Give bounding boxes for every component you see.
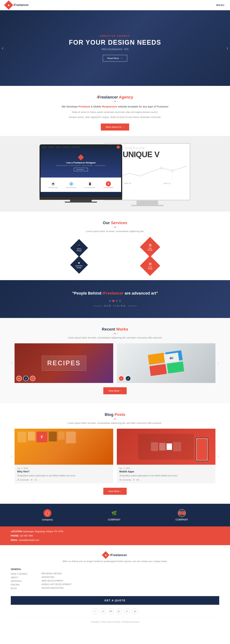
footer-link-design-innovation[interactable]: DESIGN INNOVATION	[42, 587, 72, 589]
location-label: LOCATION:	[11, 530, 23, 533]
hero-next-arrow[interactable]: ›	[227, 45, 228, 51]
footer-link-services[interactable]: SERVICES	[11, 580, 27, 582]
about-body2: Aenean auctor, dolor dignissim congue. N…	[36, 115, 194, 119]
footer-general-col: GENERAL HOW IT WORKS ABOUT SERVICES PRIC…	[11, 568, 27, 591]
blog-view-more-button[interactable]: View More→	[103, 488, 127, 495]
footer-link-pricing[interactable]: PRICING	[11, 584, 27, 586]
phone-value: 123 456 7890	[20, 534, 33, 537]
blog-section: Blog Posts Lorem ipsum dolor sit amet, c…	[0, 403, 230, 504]
footer-link-blog[interactable]: BLOG	[11, 587, 27, 590]
menu-button[interactable]: MENU	[216, 4, 225, 6]
email-value: name@example.com	[19, 539, 39, 542]
blog-likes-2: 85	[137, 479, 139, 481]
works-view-more-button[interactable]: View More→	[103, 387, 127, 394]
services-section: Our Services Lorem ipsum dolor sit amet,…	[0, 212, 230, 280]
blog-next-arrow[interactable]: ›	[218, 453, 219, 459]
works-title: Recent Works	[11, 327, 219, 332]
works-prev-arrow[interactable]: ‹	[11, 360, 12, 366]
about-section: iFreelancer Agency We Develope Premium &…	[0, 86, 230, 136]
footer-general-title: GENERAL	[11, 568, 27, 570]
footer-link-marketing[interactable]: MARKETING	[42, 576, 72, 578]
footer-link-branding[interactable]: BRANDING DESIGN	[42, 572, 72, 575]
blog-comments-1: 25 comments	[17, 479, 29, 481]
footer-link-mobile-dev[interactable]: MOBILE APP DEVELOPMENT	[42, 583, 72, 586]
services-header: Our Services Lorem ipsum dolor sit amet,…	[11, 220, 219, 232]
footer-link-about[interactable]: ABOUT	[11, 576, 27, 579]
phone-label: PHONE:	[11, 534, 19, 537]
email-label: EMAIL:	[11, 539, 18, 542]
logo-container[interactable]: ◆ iFreelancer	[5, 2, 29, 8]
blog-item-mobile-apps[interactable]: Apr. 1, 2018 Mobile Apps Temporibus aute…	[117, 429, 216, 484]
blog-item-why-hire[interactable]: F Jun. 5, 2018 Why Hire? Temporibus aute…	[14, 429, 113, 484]
social-other[interactable]: ⊕	[132, 608, 138, 614]
partner-3: 👤 COMPANY	[176, 509, 188, 521]
footer-services-col: BRANDING DESIGN MARKETING WEB DEVELOPMEN…	[42, 568, 72, 591]
footer-copyright: Copyright © 2018 Clean Flat Style. All R…	[11, 618, 219, 623]
work-item-recipes[interactable]: RECIPES ♥ 🔗 ⬡	[14, 343, 113, 383]
footer: ◆ iFreelancer With our theme you no long…	[0, 545, 230, 626]
footer-social: f in Be g+ ✶ ⊕	[11, 608, 219, 614]
footer-cta[interactable]: GET A QUOTE	[11, 596, 219, 605]
blog-date-2: Apr. 1, 2018	[119, 467, 213, 469]
partner-1: ◯ company	[42, 509, 53, 521]
hero-subtitle: CREATIVE AGENCY	[69, 34, 161, 37]
about-more-button[interactable]: More About Us →	[101, 124, 129, 130]
works-body: Lorem ipsum dolor sit amet, consectetuer…	[11, 336, 219, 339]
social-twitter[interactable]: ✶	[124, 608, 130, 614]
devices-section: HOME AGENCY ABOUT PORTFOLIO ELEMENTS I a…	[0, 136, 230, 212]
service-fully: ⚙ fullyDesign	[143, 240, 157, 254]
about-title: iFreelancer Agency	[36, 95, 194, 100]
hero-content: CREATIVE AGENCY FOR YOUR DESIGN NEEDS We…	[62, 27, 168, 69]
footer-tagline: With our theme you no longer limited to …	[11, 560, 219, 562]
blog-excerpt-1: Temporibus autem quibusdam et aut offici…	[17, 474, 111, 477]
hero-read-more-button[interactable]: Read More →	[103, 55, 127, 62]
blog-title-2: Mobile Apps	[119, 470, 213, 473]
footer-link-web-dev[interactable]: WEB DEVELOPMENT	[42, 580, 72, 582]
blog-title-1: Why Hire?	[17, 470, 111, 473]
blog-excerpt-2: Temporibus autem quibusdam et aut offici…	[119, 474, 213, 477]
about-body1: Nulla sit amet mi metus autem venenatis …	[36, 110, 194, 114]
hero-desc: Web Development - iOS	[69, 48, 161, 50]
services-body: Lorem ipsum dolor sit amet, consectetuer…	[11, 230, 219, 232]
location-value: Ipulansgao, Bugsaong, Antique; PH. 5704	[23, 530, 63, 533]
blog-comments-2: 30 comments	[119, 479, 131, 481]
service-built-with: ♥ Built WithDesign	[73, 258, 85, 271]
footer-logo: ◆ iFreelancer	[11, 552, 219, 558]
vision-quote: "People Behind iFreelancer are advanced …	[7, 291, 223, 296]
service-retina: 📱 RetinaDesign	[73, 242, 85, 254]
hero-prev-arrow[interactable]: ‹	[2, 45, 3, 51]
social-facebook[interactable]: f	[92, 608, 98, 614]
vision-section: "People Behind iFreelancer are advanced …	[0, 280, 230, 318]
contact-bar: LOCATION: Ipulansgao, Bugsaong, Antique;…	[0, 526, 230, 545]
partner-2: 🌿 COMPANY	[108, 509, 120, 521]
logo-diamond-icon: ◆	[4, 0, 13, 10]
navigation: ◆ iFreelancer MENU	[0, 0, 230, 10]
laptop-device: HOME AGENCY ABOUT PORTFOLIO ELEMENTS I a…	[39, 144, 122, 202]
services-title: Our Services	[11, 220, 219, 225]
works-section: Recent Works Lorem ipsum dolor sit amet,…	[0, 318, 230, 403]
brand-name: iFreelancer	[13, 4, 29, 7]
blog-prev-arrow[interactable]: ‹	[11, 453, 12, 459]
vision-label: OUR VISION	[7, 305, 223, 307]
partners-section: ◯ company 🌿 COMPANY 👤 COMPANY	[0, 504, 230, 526]
social-behance[interactable]: Be	[108, 608, 114, 614]
works-next-arrow[interactable]: ›	[218, 360, 219, 366]
about-lead: We Develope Premium & Mobile Responsive …	[36, 105, 194, 108]
social-instagram[interactable]: in	[100, 608, 106, 614]
footer-link-how-it-works[interactable]: HOW IT WORKS	[11, 573, 27, 575]
service-great: ⚙ GreatDesign	[143, 258, 157, 273]
work-item-business[interactable]: dc ♥ 🔗	[117, 343, 216, 383]
blog-body: Lorem ipsum dolor sit amet, consectetuer…	[11, 422, 219, 424]
social-google-plus[interactable]: g+	[116, 608, 122, 614]
about-dots	[36, 101, 194, 102]
hero-title: FOR YOUR DESIGN NEEDS	[69, 39, 161, 46]
blog-date-1: Jun. 5, 2018	[17, 467, 111, 469]
blog-title: Blog Posts	[11, 412, 219, 417]
hero-section: CREATIVE AGENCY FOR YOUR DESIGN NEEDS We…	[0, 10, 230, 86]
blog-likes-1: 10	[34, 479, 37, 481]
